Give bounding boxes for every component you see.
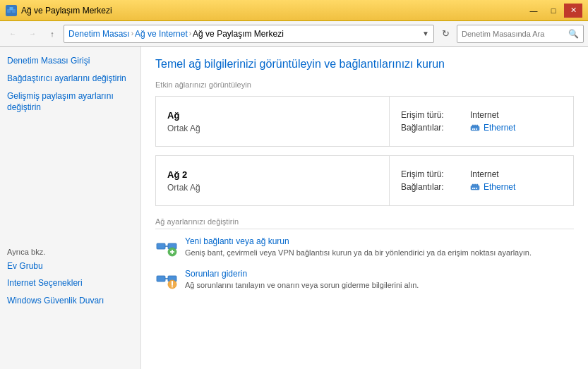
- network-2-connections-row: Bağlantılar:: [401, 182, 562, 192]
- network-2-name: Ağ 2: [167, 169, 378, 180]
- svg-rect-11: [474, 128, 476, 130]
- up-button[interactable]: ↑: [44, 25, 61, 42]
- main-container: Denetim Masası Girişi Bağdaştırıcı ayarl…: [0, 47, 588, 369]
- maximize-button[interactable]: □: [544, 4, 563, 18]
- network-2-details: Erişim türü: Internet Bağlantılar:: [390, 156, 573, 205]
- new-connection-desc: Geniş bant, çevirmeli veya VPN bağlantıs…: [185, 248, 532, 258]
- title-bar-title: Ağ ve Paylaşım Merkezi: [21, 6, 112, 16]
- ethernet-icon-1: [470, 123, 480, 133]
- sidebar-link-home-group[interactable]: Ev Grubu: [7, 260, 134, 272]
- back-button[interactable]: ←: [4, 25, 21, 42]
- svg-rect-14: [472, 184, 474, 186]
- network-2-info: Ağ 2 Ortak Ağ: [156, 156, 389, 205]
- network-2-ethernet-label: Ethernet: [484, 182, 515, 192]
- svg-point-30: [172, 286, 173, 288]
- title-bar: Ağ ve Paylaşım Merkezi — □ ✕: [0, 0, 588, 21]
- network-1-connections-row: Bağlantılar:: [401, 123, 562, 133]
- title-bar-controls: — □ ✕: [524, 4, 582, 18]
- search-input[interactable]: [462, 30, 565, 38]
- network-1-details: Erişim türü: Internet Bağlantılar:: [390, 97, 573, 146]
- svg-rect-20: [157, 243, 165, 249]
- svg-rect-19: [476, 188, 477, 189]
- new-connection-link[interactable]: Yeni bağlantı veya ağ kurun: [185, 236, 532, 246]
- troubleshoot-link[interactable]: Sorunları giderin: [185, 269, 419, 279]
- content-area: Temel ağ bilgilerinizi görüntüleyin ve b…: [141, 47, 588, 369]
- sidebar-link-adapter-settings[interactable]: Bağdaştırıcı ayarlarını değiştirin: [7, 73, 133, 85]
- troubleshoot-icon: [155, 269, 178, 291]
- minimize-button[interactable]: —: [524, 4, 543, 18]
- breadcrumb-current: Ağ ve Paylaşım Merkezi: [193, 29, 284, 39]
- refresh-button[interactable]: ↻: [437, 25, 454, 42]
- also-see-title: Ayrıca bkz.: [7, 248, 134, 256]
- network-1-access-label: Erişim türü:: [401, 110, 464, 120]
- new-connection-icon: [155, 236, 178, 259]
- sidebar-link-firewall[interactable]: Windows Güvenlik Duvarı: [7, 295, 134, 307]
- network-1-connections-label: Bağlantılar:: [401, 123, 464, 133]
- settings-item-1-text: Yeni bağlantı veya ağ kurun Geniş bant, …: [185, 236, 532, 258]
- svg-rect-26: [157, 276, 165, 282]
- network-2-access-row: Erişim türü: Internet: [401, 169, 562, 179]
- sidebar: Denetim Masası Girişi Bağdaştırıcı ayarl…: [0, 47, 141, 369]
- svg-rect-2: [10, 7, 13, 10]
- svg-rect-16: [476, 184, 478, 186]
- search-icon[interactable]: 🔍: [568, 29, 579, 39]
- network-card-1: Ağ Ortak Ağ Erişim türü: Internet Bağlan…: [155, 96, 574, 147]
- close-button[interactable]: ✕: [564, 4, 582, 18]
- svg-rect-9: [476, 125, 478, 127]
- network-1-ethernet-link[interactable]: Ethernet: [470, 123, 515, 133]
- svg-rect-10: [472, 128, 474, 130]
- svg-rect-7: [472, 125, 474, 127]
- network-2-ethernet-link[interactable]: Ethernet: [470, 182, 515, 192]
- network-2-access-label: Erişim türü:: [401, 169, 464, 179]
- breadcrumb: Denetim Masası › Ağ ve Internet › Ağ ve …: [64, 25, 434, 43]
- network-card-2: Ağ 2 Ortak Ağ Erişim türü: Internet Bağl…: [155, 155, 574, 206]
- search-bar: 🔍: [457, 25, 584, 43]
- svg-rect-17: [472, 188, 474, 189]
- network-1-ethernet-label: Ethernet: [484, 123, 515, 133]
- network-card-2-inner: Ağ 2 Ortak Ağ Erişim türü: Internet Bağl…: [156, 156, 573, 205]
- sidebar-link-sharing-settings[interactable]: Gelişmiş paylaşım ayarlarını değiştirin: [7, 90, 133, 114]
- breadcrumb-sep-1: ›: [131, 30, 133, 37]
- network-1-access-row: Erişim türü: Internet: [401, 110, 562, 120]
- ethernet-icon-2: [470, 182, 480, 192]
- sidebar-link-internet-options[interactable]: Internet Seçenekleri: [7, 277, 134, 289]
- network-2-connections-label: Bağlantılar:: [401, 182, 464, 192]
- network-1-access-value: Internet: [470, 110, 499, 120]
- breadcrumb-item-control-panel[interactable]: Denetim Masası: [68, 29, 130, 39]
- settings-item-new-connection: Yeni bağlantı veya ağ kurun Geniş bant, …: [155, 236, 574, 259]
- settings-item-2-text: Sorunları giderin Ağ sorunlarını tanılay…: [185, 269, 419, 291]
- network-1-name: Ağ: [167, 110, 378, 121]
- svg-rect-8: [474, 125, 476, 127]
- network-card-1-inner: Ağ Ortak Ağ Erişim türü: Internet Bağlan…: [156, 97, 573, 146]
- breadcrumb-item-network-internet[interactable]: Ağ ve Internet: [135, 29, 188, 39]
- settings-section: Ağ ayarlarınızı değiştirin Yeni bağlantı…: [155, 217, 574, 291]
- svg-rect-18: [474, 188, 476, 189]
- app-icon: [6, 5, 17, 16]
- sidebar-link-control-panel-home[interactable]: Denetim Masası Girişi: [7, 55, 133, 67]
- settings-item-troubleshoot: Sorunları giderin Ağ sorunlarını tanılay…: [155, 269, 574, 291]
- settings-section-header: Ağ ayarlarınızı değiştirin: [155, 217, 574, 229]
- troubleshoot-desc: Ağ sorunlarını tanılayın ve onarın veya …: [185, 280, 419, 291]
- address-bar: ← → ↑ Denetim Masası › Ağ ve Internet › …: [0, 21, 588, 47]
- network-1-type: Ortak Ağ: [167, 123, 378, 133]
- active-networks-label: Etkin ağlarınızı görüntüleyin: [155, 80, 574, 89]
- breadcrumb-dropdown-icon[interactable]: ▼: [422, 30, 429, 37]
- title-bar-left: Ağ ve Paylaşım Merkezi: [6, 5, 112, 16]
- svg-rect-15: [474, 184, 476, 186]
- page-title: Temel ağ bilgilerinizi görüntüleyin ve b…: [155, 58, 574, 71]
- svg-rect-12: [476, 128, 477, 130]
- network-1-info: Ağ Ortak Ağ: [156, 97, 389, 146]
- network-2-type: Ortak Ağ: [167, 183, 378, 193]
- network-2-access-value: Internet: [470, 169, 499, 179]
- forward-button[interactable]: →: [24, 25, 41, 42]
- breadcrumb-sep-2: ›: [189, 30, 191, 37]
